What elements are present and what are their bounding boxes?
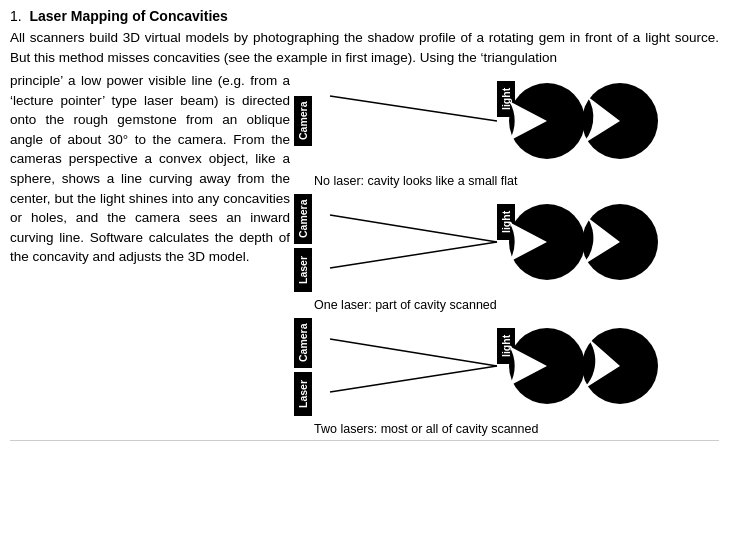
bottom-divider [10, 440, 719, 441]
body-text: principle’ a low power visible line (e.g… [10, 71, 290, 436]
camera-label-2: Camera [294, 194, 312, 244]
intro-paragraph: All scanners build 3D virtual models by … [10, 28, 719, 67]
caption-3: Two lasers: most or all of cavity scanne… [294, 422, 719, 436]
laser-label-2: Laser [294, 248, 312, 292]
caption-1: No laser: cavity looks like a small flat [294, 174, 719, 188]
diagram-1: Camera light [294, 71, 719, 188]
svg-line-4 [330, 242, 497, 268]
svg-line-7 [330, 339, 497, 366]
laser-label-3: Laser [294, 372, 312, 416]
caption-2: One laser: part of cavity scanned [294, 298, 719, 312]
diagram-3: Camera Laser light Two laser [294, 314, 719, 436]
page-title: 1. Laser Mapping of Concavities [10, 8, 719, 24]
svg-line-0 [330, 96, 497, 121]
diagrams-area: Camera light [290, 71, 719, 436]
camera-label-3: Camera [294, 318, 312, 368]
svg-line-8 [330, 366, 497, 392]
svg-line-3 [330, 215, 497, 242]
camera-label-1: Camera [294, 96, 312, 146]
diagram-2: Camera Laser light One laser [294, 190, 719, 312]
